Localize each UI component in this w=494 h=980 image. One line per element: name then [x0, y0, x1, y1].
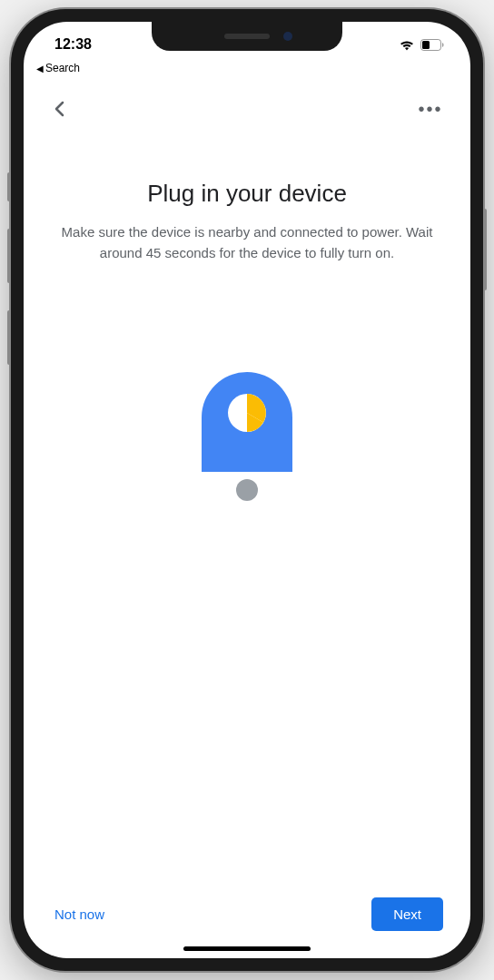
- status-time: 12:38: [54, 36, 92, 53]
- more-options-button[interactable]: •••: [412, 91, 449, 127]
- next-button[interactable]: Next: [371, 897, 443, 931]
- back-app-label: Search: [45, 62, 80, 74]
- phone-screen: 12:38: [24, 22, 470, 958]
- battery-icon: [420, 39, 445, 51]
- back-button[interactable]: [42, 91, 78, 127]
- back-arrow-small-icon: ◀: [36, 64, 44, 74]
- phone-frame: 12:38: [11, 9, 483, 971]
- bell-device-icon: [193, 363, 301, 508]
- page-title: Plug in your device: [51, 180, 443, 208]
- notch: [152, 22, 342, 51]
- svg-rect-1: [422, 41, 430, 49]
- chevron-left-icon: [49, 98, 71, 120]
- page-subtitle: Make sure the device is nearby and conne…: [51, 222, 443, 263]
- svg-point-3: [236, 479, 258, 501]
- app-header: •••: [24, 76, 470, 134]
- device-illustration: [51, 263, 443, 897]
- home-indicator[interactable]: [183, 946, 311, 951]
- wifi-icon: [399, 39, 415, 51]
- more-horizontal-icon: •••: [418, 99, 442, 120]
- content-area: Plug in your device Make sure the device…: [24, 134, 470, 897]
- not-now-button[interactable]: Not now: [51, 897, 108, 931]
- back-to-app-button[interactable]: ◀ Search: [24, 62, 470, 76]
